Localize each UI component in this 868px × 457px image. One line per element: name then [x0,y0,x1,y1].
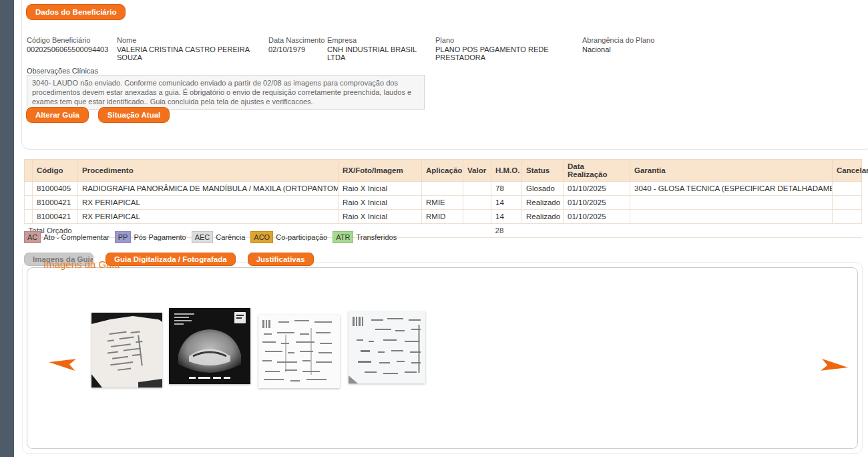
legend-item-atr: ATR Transferidos [333,231,397,243]
col-header-hmo: H.M.O. [491,160,522,182]
guide-image-thumbnail-document-photo[interactable] [91,313,162,388]
cell-cancelar[interactable] [833,182,862,196]
field-plano: Plano PLANO POS PAGAMENTO REDE PRESTADOR… [435,36,582,61]
cell-aplicacao [422,182,463,196]
col-header-procedimento: Procedimento [78,160,339,182]
legend-badge-ac: AC [24,231,41,243]
field-value: PLANO POS PAGAMENTO REDE PRESTADORA [435,45,582,61]
legend-item-aec: AEC Carência [192,231,246,243]
guide-actions: Alterar Guia Situação Atual [26,107,170,123]
legend-badge-pp: PP [115,231,132,243]
tab-justificativas[interactable]: Justificativas [248,253,314,266]
legend-item-ac: AC Ato - Complementar [24,231,110,243]
field-label: Nome [117,36,268,44]
cell-rx: Raio X Inicial [339,210,422,224]
cell-status: Glosado [522,182,564,196]
cell-data: 01/10/2025 [564,210,630,224]
col-header-data: Data Realização [564,160,630,182]
cell-hmo: 14 [491,196,522,210]
cell-indicator [25,182,33,196]
col-header-codigo: Código [33,160,78,182]
alter-guide-button[interactable]: Alterar Guia [26,107,89,123]
procedures-table: Código Procedimento RX/Foto/Imagem Aplic… [24,159,862,238]
cell-garantia [630,210,833,224]
cell-data: 01/10/2025 [564,182,630,196]
clinical-observations-text: 3040- LAUDO não enviado. Conforme comuni… [27,75,425,110]
cell-codigo: 81000405 [33,182,78,196]
field-label: Data Nascimento [268,36,327,44]
legend-badge-atr: ATR [333,231,353,243]
cell-hmo: 78 [491,182,522,196]
field-value: 02/10/1979 [268,45,327,53]
field-value: CNH INDUSTRIAL BRASIL LTDA [327,45,435,61]
cell-aplicacao: RMIE [422,196,463,210]
legend-item-aco: ACO Co-participação [250,231,327,243]
cell-data: 01/10/2025 [564,196,630,210]
table-header-row: Código Procedimento RX/Foto/Imagem Aplic… [25,160,862,182]
cell-rx: Raio X Inicial [339,196,422,210]
col-header-rx: RX/Foto/Imagem [339,160,422,182]
legend-label: Ato - Complementar [43,233,109,241]
field-label: Código Beneficiário [27,36,117,44]
guide-image-thumbnail-document-scan-2[interactable] [349,311,425,384]
main-content: Dados do Beneficiário Código Beneficiári… [24,0,868,457]
cell-codigo: 81000421 [33,210,78,224]
field-value: 00202506065500094403 [27,45,117,53]
col-header-cancelar: Cancelar [833,160,862,182]
legend-label: Transferidos [356,233,397,241]
legend-badge-aec: AEC [192,231,214,243]
field-abrangencia: Abrangência do Plano Nacional [582,36,654,61]
field-codigo-beneficiario: Código Beneficiário 00202506065500094403 [27,36,117,61]
cell-aplicacao: RMID [422,210,463,224]
cell-status: Realizado [522,196,564,210]
field-value: VALERIA CRISTINA CASTRO PEREIRA SOUZA [117,45,268,61]
guide-images-legend: Imagens da Guia [41,259,122,270]
cell-status: Realizado [522,210,564,224]
guide-images-fieldset [27,267,858,449]
cell-cancelar[interactable] [833,210,862,224]
guide-images-panel: Imagens da Guia [22,262,863,454]
carousel-next-icon[interactable] [820,352,849,382]
field-label: Abrangência do Plano [582,36,654,44]
cell-rx: Raio X Inicial [339,182,422,196]
col-header-valor: Valor [463,160,491,182]
col-header-indicator [25,160,33,182]
legend-label: Carência [216,233,245,241]
field-label: Empresa [327,36,435,44]
current-status-button[interactable]: Situação Atual [98,107,170,123]
status-legend: AC Ato - Complementar PP Pós Pagamento A… [24,231,402,243]
legend-label: Co-participação [276,233,327,241]
cell-valor [463,182,491,196]
field-nome: Nome VALERIA CRISTINA CASTRO PEREIRA SOU… [117,36,268,61]
thumbnail-strip [91,308,425,388]
field-label: Plano [435,36,582,44]
table-row: 81000421 RX PERIAPICAL Raio X Inicial RM… [25,210,862,224]
cell-cancelar[interactable] [833,196,862,210]
beneficiary-data-button[interactable]: Dados do Beneficiário [26,4,126,20]
beneficiary-fields: Código Beneficiário 00202506065500094403… [27,36,654,61]
col-header-aplicacao: Aplicação [422,160,463,182]
tab-guia-digitalizada[interactable]: Guia Digitalizada / Fotografada [105,253,236,266]
col-header-garantia: Garantia [630,160,833,182]
total-hmo-value: 28 [491,224,522,238]
guide-image-thumbnail-panoramic-xray[interactable] [169,308,250,384]
legend-label: Pós Pagamento [134,233,186,241]
cell-procedimento: RX PERIAPICAL [78,210,339,224]
guide-image-thumbnail-document-scan-1[interactable] [258,315,340,388]
clinical-observations-label: Observações Clínicas [27,67,98,75]
cell-valor [463,210,491,224]
field-data-nascimento: Data Nascimento 02/10/1979 [268,36,327,61]
field-empresa: Empresa CNH INDUSTRIAL BRASIL LTDA [327,36,435,61]
col-header-status: Status [522,160,564,182]
cell-procedimento: RADIOGRAFIA PANORÂMICA DE MANDÍBULA / MA… [78,182,339,196]
carousel-prev-icon[interactable] [47,349,77,379]
cell-codigo: 81000421 [33,196,78,210]
cell-indicator [25,210,33,224]
table-row: 81000405 RADIOGRAFIA PANORÂMICA DE MANDÍ… [25,182,862,196]
legend-badge-aco: ACO [250,231,273,243]
cell-garantia: 3040 - GLOSA TECNICA (ESPECIFICAR DETALH… [630,182,833,196]
cell-valor [463,196,491,210]
field-value: Nacional [582,45,654,53]
cell-indicator [25,196,33,210]
cell-procedimento: RX PERIAPICAL [78,196,339,210]
